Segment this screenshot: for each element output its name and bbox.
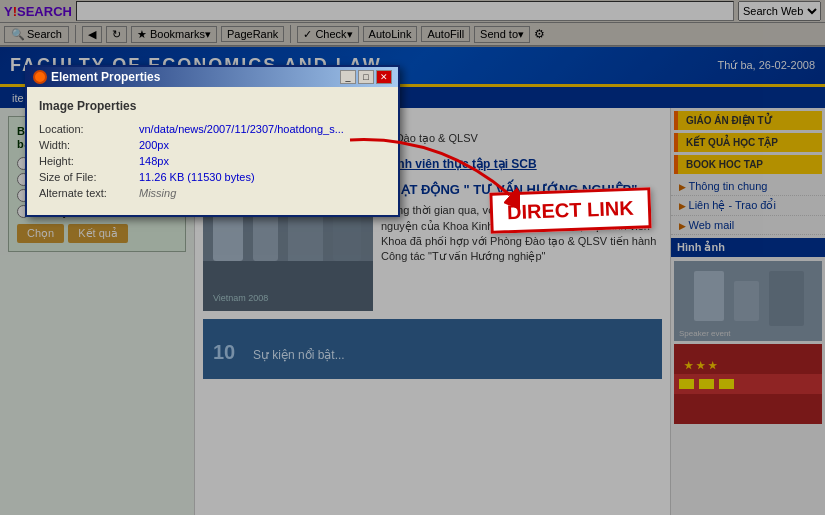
firefox-icon <box>33 70 47 84</box>
prop-location-label: Location: <box>39 123 139 135</box>
prop-height-label: Height: <box>39 155 139 167</box>
prop-size-label: Size of File: <box>39 171 139 183</box>
modal-titlebar: Element Properties _ □ ✕ <box>27 67 398 87</box>
modal-title-area: Element Properties <box>33 70 160 84</box>
prop-location: Location: vn/data/news/2007/11/2307/hoat… <box>39 123 386 135</box>
red-arrow-annotation <box>340 130 520 210</box>
prop-width: Width: 200px <box>39 139 386 151</box>
modal-controls: _ □ ✕ <box>340 70 392 84</box>
prop-width-label: Width: <box>39 139 139 151</box>
prop-size: Size of File: 11.26 KB (11530 bytes) <box>39 171 386 183</box>
modal-overlay: Element Properties _ □ ✕ Image Propertie… <box>0 0 825 515</box>
modal-title: Element Properties <box>51 70 160 84</box>
modal-minimize-button[interactable]: _ <box>340 70 356 84</box>
modal-close-button[interactable]: ✕ <box>376 70 392 84</box>
modal-section-title: Image Properties <box>39 99 386 113</box>
modal-maximize-button[interactable]: □ <box>358 70 374 84</box>
prop-height: Height: 148px <box>39 155 386 167</box>
prop-alt: Alternate text: Missing <box>39 187 386 199</box>
prop-alt-label: Alternate text: <box>39 187 139 199</box>
properties-table: Location: vn/data/news/2007/11/2307/hoat… <box>39 123 386 199</box>
